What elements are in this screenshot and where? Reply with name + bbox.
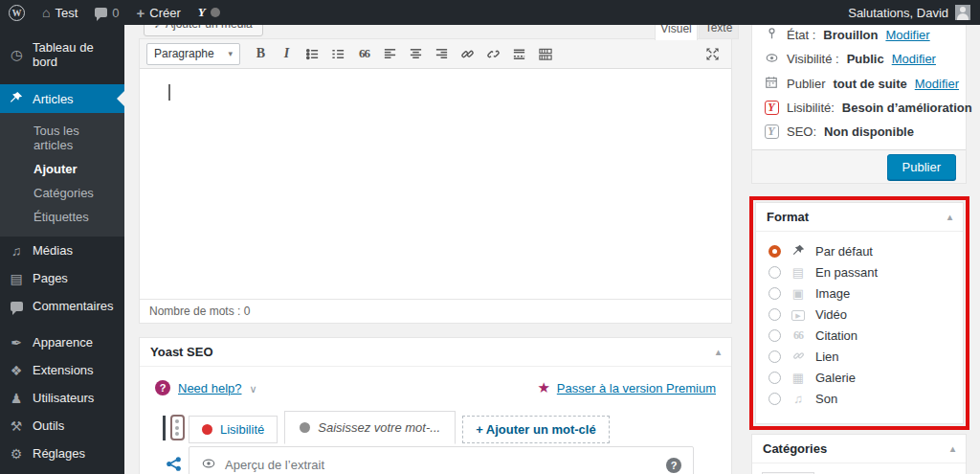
edit-visibility-link[interactable]: Modifier xyxy=(892,52,936,66)
yoast-metabox-title: Yoast SEO xyxy=(150,345,213,359)
site-name: Test xyxy=(55,6,78,20)
format-option-video[interactable]: ▶ Vidéo xyxy=(768,304,950,325)
collapse-toggle-icon[interactable] xyxy=(950,443,955,454)
submenu-all-posts[interactable]: Tous les articles xyxy=(0,119,124,157)
eye-icon xyxy=(764,52,779,66)
radio[interactable] xyxy=(768,308,781,321)
radio[interactable] xyxy=(768,287,781,300)
tools-icon xyxy=(8,419,25,433)
submenu-categories[interactable]: Catégories xyxy=(0,181,124,205)
blockquote-button[interactable]: 66 xyxy=(352,43,376,65)
sidebar-item-settings[interactable]: Réglages xyxy=(0,440,124,467)
format-options: Par défaut En passant Image ▶ Vidéo 66 C… xyxy=(756,232,963,418)
admin-sidebar: Tableau de bord Articles Tous les articl… xyxy=(0,25,124,474)
insert-link-button[interactable] xyxy=(456,43,479,65)
premium-upgrade-link[interactable]: Passer à la version Premium xyxy=(557,381,716,395)
wp-logo-menu[interactable]: W xyxy=(0,0,33,25)
post-editor: Paragraphe ▾ B I 66 xyxy=(139,38,732,324)
tab-focus-keyword[interactable]: Saisissez votre mot-... xyxy=(284,411,456,444)
bold-button[interactable]: B xyxy=(249,43,273,65)
radio[interactable] xyxy=(768,329,781,342)
edit-status-link[interactable]: Modifier xyxy=(885,28,929,42)
align-left-button[interactable] xyxy=(378,43,402,65)
comments-icon xyxy=(8,300,25,313)
collapse-toggle-icon[interactable] xyxy=(716,347,721,357)
help-question-icon: ? xyxy=(155,380,170,395)
format-option-audio[interactable]: Son xyxy=(768,388,950,409)
plus-icon: + xyxy=(137,5,145,21)
account-menu[interactable]: Salutations, David xyxy=(848,5,980,20)
need-help-link[interactable]: Need help? xyxy=(178,381,242,395)
italic-button[interactable]: I xyxy=(275,43,299,65)
submenu-tags[interactable]: Étiquettes xyxy=(0,205,124,229)
new-content-menu[interactable]: + Créer xyxy=(128,0,189,25)
yoast-metabox-header[interactable]: Yoast SEO xyxy=(140,338,731,367)
sidebar-item-dashboard[interactable]: Tableau de bord xyxy=(0,34,124,76)
create-label: Créer xyxy=(149,6,181,20)
align-center-button[interactable] xyxy=(404,43,428,65)
format-option-link[interactable]: Lien xyxy=(768,346,950,367)
dashboard-icon xyxy=(8,48,25,61)
radio[interactable] xyxy=(768,266,781,279)
avatar xyxy=(955,5,970,20)
yoast-status-dot-icon xyxy=(211,8,220,17)
home-icon xyxy=(42,5,50,20)
format-option-default[interactable]: Par défaut xyxy=(768,240,950,261)
format-metabox-header[interactable]: Format xyxy=(756,203,963,232)
aside-icon xyxy=(790,266,807,279)
chevron-down-icon[interactable] xyxy=(250,381,257,395)
format-option-gallery[interactable]: Galerie xyxy=(768,367,950,388)
fullscreen-button[interactable] xyxy=(701,43,724,65)
editor-toolbar: Paragraphe ▾ B I 66 xyxy=(140,39,731,69)
numbered-list-button[interactable] xyxy=(326,43,350,65)
publish-button[interactable]: Publier xyxy=(887,154,956,180)
plugins-icon xyxy=(8,364,25,377)
tab-readability[interactable]: Lisibilité xyxy=(189,416,278,443)
sidebar-item-media[interactable]: Médias xyxy=(0,237,124,264)
categories-metabox: Catégories Toutes Les plus utilisés xyxy=(751,434,967,474)
categories-metabox-header[interactable]: Catégories xyxy=(752,435,966,463)
snippet-help-icon[interactable]: ? xyxy=(666,458,681,473)
submenu-add-post[interactable]: Ajouter xyxy=(0,157,124,181)
radio[interactable] xyxy=(768,372,781,384)
sidebar-item-pages[interactable]: Pages xyxy=(0,264,124,292)
collapse-toggle-icon[interactable] xyxy=(947,212,952,222)
snippet-preview-header[interactable]: Aperçu de l’extrait ? xyxy=(189,446,694,474)
format-option-image[interactable]: Image xyxy=(768,282,950,304)
yoast-adminbar-menu[interactable]: Y xyxy=(189,0,229,25)
quote-icon: 66 xyxy=(790,328,807,343)
edit-schedule-link[interactable]: Modifier xyxy=(915,77,959,91)
add-keyword-button[interactable]: + Ajouter un mot-clé xyxy=(462,416,610,443)
sidebar-item-appearance[interactable]: Apparence xyxy=(0,328,124,356)
site-menu[interactable]: Test xyxy=(33,0,86,25)
paragraph-format-select[interactable]: Paragraphe ▾ xyxy=(146,43,240,65)
sidebar-item-users[interactable]: Utilisateurs xyxy=(0,384,124,412)
admin-bar: W Test 0 + Créer Y Salutations, David xyxy=(0,0,980,25)
image-icon xyxy=(790,287,807,300)
gallery-icon xyxy=(790,372,807,384)
radio-selected[interactable] xyxy=(768,245,781,258)
format-option-quote[interactable]: 66 Citation xyxy=(768,325,950,346)
chevron-down-icon: ▾ xyxy=(228,49,233,58)
eye-icon xyxy=(201,457,216,473)
pushpin-icon xyxy=(790,244,807,259)
read-more-tag-button[interactable] xyxy=(507,43,531,65)
sidebar-item-plugins[interactable]: Extensions xyxy=(0,356,124,384)
comments-shortcut[interactable]: 0 xyxy=(86,0,127,25)
keyword-status-icon xyxy=(300,422,310,433)
format-option-aside[interactable]: En passant xyxy=(768,261,950,282)
media-icon xyxy=(8,244,25,258)
toolbar-toggle-button[interactable] xyxy=(533,43,557,65)
share-icon[interactable] xyxy=(166,456,182,474)
link-icon xyxy=(790,350,807,364)
radio[interactable] xyxy=(768,393,781,405)
editor-content-area[interactable] xyxy=(140,69,731,299)
radio[interactable] xyxy=(768,350,781,363)
sidebar-item-tools[interactable]: Outils xyxy=(0,412,124,440)
bullet-list-button[interactable] xyxy=(301,43,324,65)
yoast-side-icons xyxy=(153,415,193,474)
align-right-button[interactable] xyxy=(430,43,454,65)
sidebar-item-articles[interactable]: Articles xyxy=(0,84,124,113)
sidebar-item-comments[interactable]: Commentaires xyxy=(0,292,124,320)
remove-link-button[interactable] xyxy=(481,43,505,65)
